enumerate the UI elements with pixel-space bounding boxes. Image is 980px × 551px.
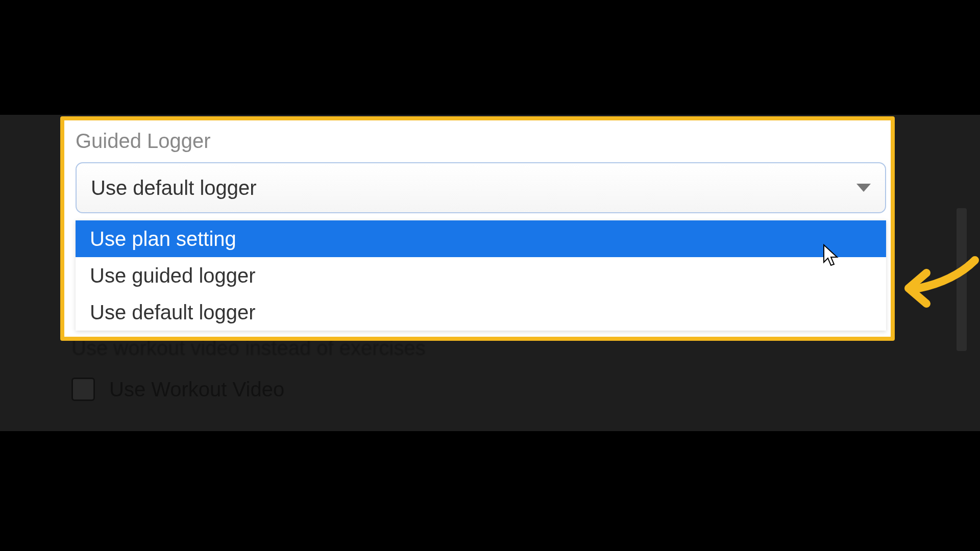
dropdown-options-list: Use plan setting Use guided logger Use d…	[76, 220, 886, 331]
scrollbar-thumb[interactable]	[957, 208, 967, 351]
checkbox-label-workout-video: Use Workout Video	[109, 378, 284, 401]
dropdown-selected-text: Use default logger	[91, 177, 856, 199]
checkbox-use-workout-video[interactable]	[71, 378, 95, 401]
section-label-guided-logger: Guided Logger	[76, 130, 211, 153]
guided-logger-section: Guided Logger Use default logger Use pla…	[60, 116, 895, 341]
chevron-down-icon	[856, 184, 871, 192]
dropdown-option-use-guided-logger[interactable]: Use guided logger	[76, 257, 886, 294]
dropdown-option-use-default-logger[interactable]: Use default logger	[76, 294, 886, 331]
dropdown-guided-logger[interactable]: Use default logger	[76, 162, 886, 213]
dropdown-option-use-plan-setting[interactable]: Use plan setting	[76, 220, 886, 257]
checkbox-row-workout-video: Use Workout Video	[71, 378, 284, 401]
